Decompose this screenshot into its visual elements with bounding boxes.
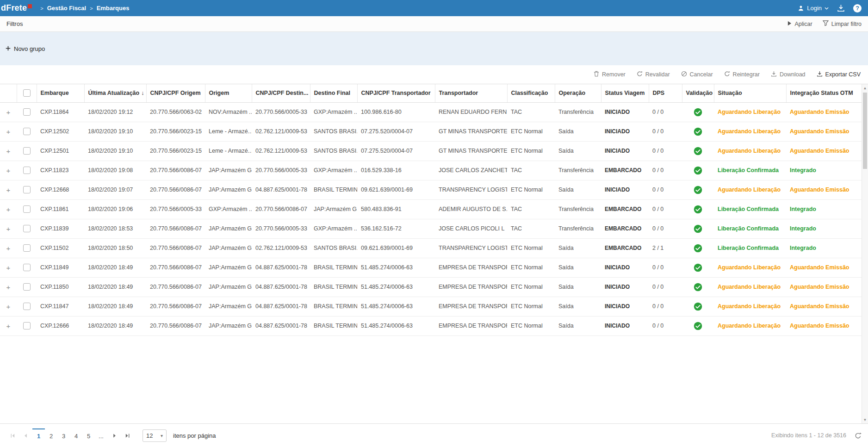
row-checkbox[interactable] — [23, 283, 31, 291]
chevron-down-icon — [825, 7, 829, 10]
cell-status-viagem: EMBARCADO — [601, 161, 649, 180]
row-checkbox[interactable] — [23, 322, 31, 329]
cell-destino-final: BRASIL TERMIN... — [310, 277, 357, 297]
row-checkbox[interactable] — [23, 244, 31, 252]
row-checkbox[interactable] — [23, 303, 31, 310]
toolbar-cancelar-button[interactable]: Cancelar — [681, 71, 713, 78]
row-checkbox[interactable] — [23, 205, 31, 213]
new-group-button[interactable]: Novo grupo — [6, 45, 45, 52]
refresh-icon[interactable] — [855, 432, 862, 439]
pager-first-button[interactable] — [6, 429, 19, 441]
toolbar-exportar-csv-button[interactable]: Exportar CSV — [817, 71, 861, 78]
column-header-destino[interactable]: Destino Final — [310, 84, 357, 102]
column-header-embarque[interactable]: Embarque — [37, 84, 84, 102]
cell-situacao: Liberação Confirmada — [714, 238, 786, 258]
cell-origem: NOV:Armazém ... — [205, 102, 252, 122]
download-icon — [817, 71, 823, 78]
scroll-down-arrow[interactable]: ▼ — [862, 416, 868, 423]
page-size-select[interactable]: 12 ▾ — [143, 429, 167, 442]
cell-dps: 0 / 0 — [649, 180, 682, 199]
row-expand-button[interactable]: + — [6, 264, 11, 272]
cell-cnpj-destino: 04.887.625/0001-78 — [252, 316, 310, 335]
help-icon[interactable]: ? — [853, 4, 862, 12]
row-expand-button[interactable]: + — [6, 225, 11, 233]
cell-cnpj-transportador: 51.485.274/0006-63 — [357, 258, 435, 277]
row-expand-button[interactable]: + — [6, 108, 11, 116]
column-header-situacao[interactable]: Situação — [714, 84, 786, 102]
row-checkbox[interactable] — [23, 128, 31, 135]
column-header-operacao[interactable]: Operação — [555, 84, 601, 102]
validation-success-icon — [694, 322, 702, 329]
row-checkbox[interactable] — [23, 108, 31, 116]
column-header-integracao[interactable]: Integração Status OTM — [786, 84, 862, 102]
row-expand-button[interactable]: + — [6, 128, 11, 136]
row-checkbox[interactable] — [23, 186, 31, 193]
pager-page-3[interactable]: 3 — [57, 428, 70, 442]
table-row: +CXP.1185018/02/2020 18:4920.770.566/008… — [0, 277, 862, 297]
clear-filter-button[interactable]: Limpar filtro — [823, 20, 862, 27]
toolbar-remover-button[interactable]: Remover — [594, 71, 626, 78]
column-header-transportador[interactable]: Transportador — [435, 84, 507, 102]
row-expand-button[interactable]: + — [6, 186, 11, 194]
cell-dps: 2 / 1 — [649, 238, 682, 258]
app-logo[interactable]: dFrete — [0, 3, 32, 13]
chevron-down-icon: ▾ — [161, 433, 163, 438]
grid-toolbar: RemoverRevalidarCancelarReintegrarDownlo… — [0, 65, 868, 84]
table-row: +CXP.1266818/02/2020 19:0720.770.566/008… — [0, 180, 862, 199]
row-expand-button[interactable]: + — [6, 303, 11, 310]
toolbar-action-label: Revalidar — [645, 71, 670, 78]
toolbar-reintegrar-button[interactable]: Reintegrar — [724, 71, 760, 78]
pager-page-4[interactable]: 4 — [70, 428, 82, 442]
pager-page-more[interactable]: ... — [95, 428, 107, 442]
row-checkbox[interactable] — [23, 147, 31, 155]
table-row: +CXP.1184718/02/2020 18:4920.770.566/008… — [0, 297, 862, 316]
row-expand-button[interactable]: + — [6, 147, 11, 155]
cell-dps: 0 / 0 — [649, 219, 682, 238]
row-expand-button[interactable]: + — [6, 205, 11, 213]
pager-page-2[interactable]: 2 — [45, 428, 57, 442]
pager-last-button[interactable] — [121, 429, 133, 441]
cell-operacao: Saída — [555, 316, 601, 335]
pager-page-5[interactable]: 5 — [82, 428, 95, 442]
breadcrumb-separator: > — [40, 6, 43, 11]
cell-status-viagem: EMBARCADO — [601, 238, 649, 258]
table-row: +CXP.1150218/02/2020 18:5020.770.566/008… — [0, 238, 862, 258]
refresh-icon — [724, 71, 730, 78]
cell-integracao-status-otm: Integrado — [786, 219, 862, 238]
row-expand-button[interactable]: + — [6, 244, 11, 252]
column-header-updated[interactable]: Última Atualização↓ — [84, 84, 146, 102]
login-menu[interactable]: Login — [798, 5, 829, 12]
row-checkbox[interactable] — [23, 225, 31, 232]
column-header-cnpj_origem[interactable]: CNPJ/CPF Origem — [146, 84, 205, 102]
clear-filter-label: Limpar filtro — [831, 21, 862, 27]
pager-page-1[interactable]: 1 — [32, 428, 45, 442]
cell-embarque: CXP.11847 — [37, 297, 84, 316]
cell-transportador: JOSE CARLOS ZANCHETT... — [435, 161, 507, 180]
apply-filter-button[interactable]: Aplicar — [787, 21, 812, 27]
cell-classificacao: ETC Normal — [507, 316, 555, 335]
download-icon[interactable] — [837, 4, 845, 12]
column-header-origem[interactable]: Origem — [205, 84, 252, 102]
toolbar-revalidar-button[interactable]: Revalidar — [637, 71, 670, 78]
scroll-up-arrow[interactable]: ▲ — [862, 85, 868, 91]
column-header-classificacao[interactable]: Classificação — [507, 84, 555, 102]
pager-prev-button[interactable] — [19, 429, 31, 441]
cell-transportador: EMPRESA DE TRANSPOR... — [435, 316, 507, 335]
column-header-dps[interactable]: DPS — [649, 84, 682, 102]
column-header-cnpj_transportador[interactable]: CNPJ/CPF Transportador — [357, 84, 435, 102]
scrollbar-thumb[interactable] — [863, 93, 867, 169]
column-header-validacao[interactable]: Validação — [682, 84, 714, 102]
column-header-cnpj_destino[interactable]: CNPJ/CPF Destin... — [252, 84, 310, 102]
cell-classificacao: ETC Normal — [507, 277, 555, 297]
select-all-checkbox[interactable] — [23, 89, 31, 97]
row-expand-button[interactable]: + — [6, 322, 11, 330]
pager-next-button[interactable] — [108, 429, 120, 441]
breadcrumb-item-gestao-fiscal[interactable]: Gestão Fiscal — [47, 5, 87, 12]
row-checkbox[interactable] — [23, 167, 31, 174]
column-header-status_viagem[interactable]: Status Viagem — [601, 84, 649, 102]
breadcrumb-item-embarques[interactable]: Embarques — [97, 5, 130, 12]
toolbar-download-button[interactable]: Download — [771, 71, 806, 78]
row-expand-button[interactable]: + — [6, 283, 11, 291]
row-expand-button[interactable]: + — [6, 167, 11, 174]
row-checkbox[interactable] — [23, 264, 31, 271]
